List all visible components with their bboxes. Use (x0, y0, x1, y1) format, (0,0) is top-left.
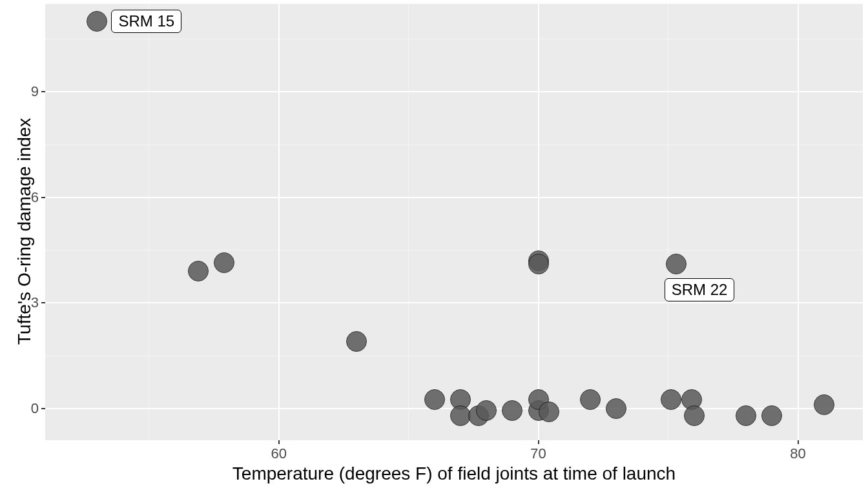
gridline-minor-horizontal (45, 250, 863, 250)
gridline-minor-vertical (408, 4, 409, 440)
data-point (87, 11, 107, 32)
chart-container: SRM 15SRM 22 6070800369 Temperature (deg… (0, 0, 868, 488)
annotation-label: SRM 22 (665, 278, 735, 301)
gridline-major-vertical (278, 4, 280, 440)
tick-label-y: 0 (31, 400, 39, 417)
y-axis-label: Tufte's O-ring damage index (14, 118, 35, 345)
tick-mark-y (41, 91, 45, 92)
gridline-major-horizontal (45, 197, 863, 198)
tick-mark-y (41, 302, 45, 303)
tick-label-x: 80 (790, 445, 805, 462)
data-point (666, 254, 687, 274)
tick-label-x: 70 (530, 445, 546, 462)
gridline-major-horizontal (45, 302, 863, 303)
data-point (736, 405, 756, 426)
data-point (539, 402, 559, 422)
gridline-minor-horizontal (45, 39, 863, 39)
data-point (424, 389, 445, 410)
gridline-minor-vertical (149, 4, 149, 440)
data-point (188, 261, 209, 281)
data-point (606, 398, 626, 419)
tick-label-y: 9 (31, 83, 39, 100)
gridline-minor-horizontal (45, 145, 863, 145)
tick-mark-x (278, 440, 280, 444)
data-point (502, 400, 522, 421)
data-point (214, 252, 234, 273)
data-point (528, 254, 549, 274)
gridline-major-vertical (798, 4, 799, 440)
data-point (814, 394, 834, 415)
tick-mark-y (41, 197, 45, 198)
data-point (761, 405, 782, 426)
tick-mark-x (538, 440, 539, 444)
data-point (661, 389, 681, 410)
data-point (476, 400, 497, 421)
data-point (580, 389, 601, 410)
gridline-major-horizontal (45, 91, 863, 92)
tick-mark-x (798, 440, 799, 444)
plot-panel (45, 4, 863, 440)
x-axis-label: Temperature (degrees F) of field joints … (45, 463, 863, 484)
annotation-label: SRM 15 (111, 10, 181, 33)
data-point (346, 331, 367, 352)
gridline-minor-vertical (668, 4, 668, 440)
gridline-major-vertical (538, 4, 539, 440)
tick-mark-y (41, 408, 45, 409)
data-point (684, 405, 705, 426)
tick-label-x: 60 (271, 445, 286, 462)
gridline-minor-horizontal (45, 356, 863, 356)
